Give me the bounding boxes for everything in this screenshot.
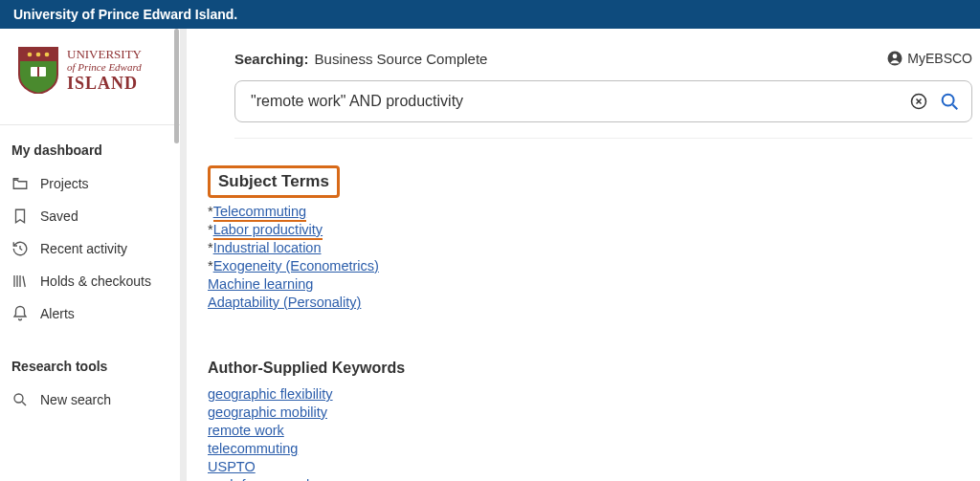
svg-point-4 xyxy=(45,53,50,57)
subject-term-link[interactable]: Labor productivity xyxy=(213,222,323,240)
search-icon xyxy=(939,91,960,112)
clear-search-button[interactable] xyxy=(908,91,929,112)
svg-point-5 xyxy=(14,394,23,403)
history-icon xyxy=(11,240,29,257)
svg-point-7 xyxy=(893,54,898,58)
my-ebsco-label: MyEBSCO xyxy=(907,51,972,66)
svg-point-3 xyxy=(36,53,41,57)
sidebar-item-recent[interactable]: Recent activity xyxy=(0,232,180,265)
sidebar-item-label: Holds & checkouts xyxy=(40,273,151,289)
sidebar-item-new-search[interactable]: New search xyxy=(0,383,180,416)
searching-source: Business Source Complete xyxy=(315,51,488,67)
divider xyxy=(0,124,180,125)
top-bar: University of Prince Edward Island. xyxy=(0,0,980,29)
sidebar-item-label: Recent activity xyxy=(40,241,127,256)
scrollbar-thumb[interactable] xyxy=(174,29,179,143)
sidebar-item-label: Saved xyxy=(40,208,78,224)
dashboard-heading: My dashboard xyxy=(0,142,180,158)
sidebar-item-holds[interactable]: Holds & checkouts xyxy=(0,265,180,297)
searching-label: Searching: xyxy=(234,51,309,67)
svg-rect-1 xyxy=(37,67,39,77)
sidebar-item-saved[interactable]: Saved xyxy=(0,200,180,232)
subject-term-major-marker: * xyxy=(208,204,213,219)
author-keywords-list: geographic flexibilitygeographic mobilit… xyxy=(208,386,972,481)
bookmark-icon xyxy=(11,208,29,225)
svg-point-2 xyxy=(28,53,33,57)
logo[interactable]: UNIVERSITY of Prince Edward ISLAND xyxy=(0,46,180,117)
upei-shield-icon xyxy=(17,46,59,94)
author-keyword-link[interactable]: work-from-anywhere xyxy=(208,477,334,481)
svg-point-9 xyxy=(943,95,954,106)
subject-term-link[interactable]: Exogeneity (Econometrics) xyxy=(213,258,379,273)
author-keyword-link[interactable]: remote work xyxy=(208,423,284,438)
subject-term-link[interactable]: Telecommuting xyxy=(213,204,307,222)
author-keyword-link[interactable]: USPTO xyxy=(208,459,256,474)
author-keyword-link[interactable]: telecommuting xyxy=(208,441,298,456)
my-ebsco-button[interactable]: MyEBSCO xyxy=(886,50,972,67)
divider xyxy=(234,138,972,139)
subject-terms-list: *Telecommuting*Labor productivity*Indust… xyxy=(208,204,972,310)
search-button[interactable] xyxy=(939,91,960,112)
author-keywords-heading: Author-Supplied Keywords xyxy=(208,360,972,377)
subject-term-link[interactable]: Industrial location xyxy=(213,240,322,255)
logo-text: UNIVERSITY of Prince Edward ISLAND xyxy=(67,48,142,92)
searching-context: Searching: Business Source Complete xyxy=(234,51,487,67)
subject-term-link[interactable]: Machine learning xyxy=(208,276,313,292)
main-content: Searching: Business Source Complete MyEB… xyxy=(187,29,980,481)
bell-icon xyxy=(11,305,29,322)
subject-terms-highlight-box: Subject Terms xyxy=(208,165,340,198)
close-circle-icon xyxy=(909,92,928,111)
folder-icon xyxy=(11,175,29,192)
sidebar-item-label: Projects xyxy=(40,176,89,191)
sidebar-item-label: Alerts xyxy=(40,306,75,321)
subject-term-major-marker: * xyxy=(208,222,213,237)
books-icon xyxy=(11,273,29,290)
sidebar: UNIVERSITY of Prince Edward ISLAND My da… xyxy=(0,29,187,481)
subject-terms-heading: Subject Terms xyxy=(218,172,329,190)
sidebar-item-alerts[interactable]: Alerts xyxy=(0,297,180,330)
search-bar xyxy=(234,80,972,122)
search-icon xyxy=(11,391,29,408)
institution-name: University of Prince Edward Island. xyxy=(13,7,237,22)
search-input[interactable] xyxy=(251,93,899,110)
user-icon xyxy=(886,50,903,67)
tools-heading: Research tools xyxy=(0,359,180,374)
author-keyword-link[interactable]: geographic flexibility xyxy=(208,386,333,402)
author-keyword-link[interactable]: geographic mobility xyxy=(208,404,327,420)
sidebar-item-projects[interactable]: Projects xyxy=(0,167,180,200)
subject-term-link[interactable]: Adaptability (Personality) xyxy=(208,295,361,310)
sidebar-item-label: New search xyxy=(40,392,111,407)
